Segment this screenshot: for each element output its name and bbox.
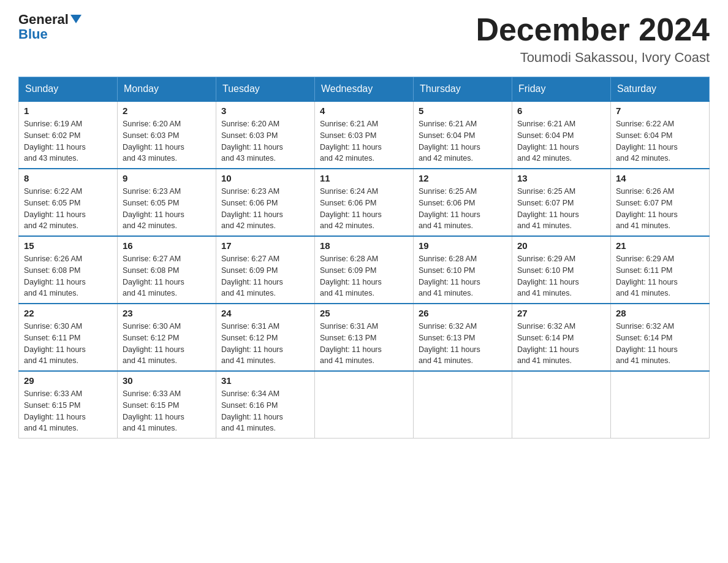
day-number: 19 (419, 240, 507, 251)
subtitle: Toumodi Sakassou, Ivory Coast (476, 50, 710, 66)
day-info: Sunrise: 6:32 AMSunset: 6:14 PMDaylight:… (616, 321, 704, 367)
calendar-cell: 10Sunrise: 6:23 AMSunset: 6:06 PMDayligh… (216, 169, 315, 236)
calendar-table: SundayMondayTuesdayWednesdayThursdayFrid… (18, 77, 710, 439)
calendar-cell: 29Sunrise: 6:33 AMSunset: 6:15 PMDayligh… (19, 371, 118, 439)
day-number: 15 (24, 240, 112, 251)
calendar-week-row: 1Sunrise: 6:19 AMSunset: 6:02 PMDaylight… (19, 101, 710, 169)
day-info: Sunrise: 6:29 AMSunset: 6:11 PMDaylight:… (616, 253, 704, 299)
day-info: Sunrise: 6:31 AMSunset: 6:13 PMDaylight:… (320, 321, 408, 367)
calendar-cell: 28Sunrise: 6:32 AMSunset: 6:14 PMDayligh… (611, 304, 710, 371)
day-number: 21 (616, 240, 704, 251)
main-title: December 2024 (476, 12, 710, 47)
calendar-header-row: SundayMondayTuesdayWednesdayThursdayFrid… (19, 77, 710, 102)
logo-triangle-icon (70, 15, 82, 23)
day-number: 22 (24, 308, 112, 318)
title-area: December 2024 Toumodi Sakassou, Ivory Co… (476, 12, 710, 66)
day-number: 28 (616, 308, 704, 318)
calendar-week-row: 15Sunrise: 6:26 AMSunset: 6:08 PMDayligh… (19, 236, 710, 304)
day-number: 10 (221, 173, 309, 183)
day-info: Sunrise: 6:20 AMSunset: 6:03 PMDaylight:… (123, 118, 211, 164)
column-header-friday: Friday (512, 77, 611, 102)
day-info: Sunrise: 6:34 AMSunset: 6:16 PMDaylight:… (221, 388, 309, 434)
day-number: 12 (419, 173, 507, 183)
day-number: 14 (616, 173, 704, 183)
day-info: Sunrise: 6:33 AMSunset: 6:15 PMDaylight:… (123, 388, 211, 434)
calendar-cell (512, 371, 611, 439)
calendar-cell (315, 371, 414, 439)
calendar-cell: 23Sunrise: 6:30 AMSunset: 6:12 PMDayligh… (118, 304, 216, 371)
column-header-sunday: Sunday (19, 77, 118, 102)
day-number: 27 (517, 308, 605, 318)
day-number: 1 (24, 105, 112, 116)
logo-blue-text: Blue (18, 26, 48, 42)
calendar-cell: 30Sunrise: 6:33 AMSunset: 6:15 PMDayligh… (118, 371, 216, 439)
day-info: Sunrise: 6:32 AMSunset: 6:14 PMDaylight:… (517, 321, 605, 367)
calendar-cell: 7Sunrise: 6:22 AMSunset: 6:04 PMDaylight… (611, 101, 710, 169)
calendar-cell: 14Sunrise: 6:26 AMSunset: 6:07 PMDayligh… (611, 169, 710, 236)
day-info: Sunrise: 6:31 AMSunset: 6:12 PMDaylight:… (221, 321, 309, 367)
day-info: Sunrise: 6:23 AMSunset: 6:05 PMDaylight:… (123, 186, 211, 232)
page-header: General Blue December 2024 Toumodi Sakas… (18, 12, 710, 66)
calendar-cell: 18Sunrise: 6:28 AMSunset: 6:09 PMDayligh… (315, 236, 414, 304)
day-number: 26 (419, 308, 507, 318)
day-number: 20 (517, 240, 605, 251)
calendar-cell: 19Sunrise: 6:28 AMSunset: 6:10 PMDayligh… (414, 236, 512, 304)
column-header-wednesday: Wednesday (315, 77, 414, 102)
day-info: Sunrise: 6:24 AMSunset: 6:06 PMDaylight:… (320, 186, 408, 232)
calendar-cell: 12Sunrise: 6:25 AMSunset: 6:06 PMDayligh… (414, 169, 512, 236)
calendar-cell: 20Sunrise: 6:29 AMSunset: 6:10 PMDayligh… (512, 236, 611, 304)
day-info: Sunrise: 6:21 AMSunset: 6:04 PMDaylight:… (419, 118, 507, 164)
day-number: 24 (221, 308, 309, 318)
day-info: Sunrise: 6:29 AMSunset: 6:10 PMDaylight:… (517, 253, 605, 299)
day-info: Sunrise: 6:21 AMSunset: 6:04 PMDaylight:… (517, 118, 605, 164)
calendar-week-row: 8Sunrise: 6:22 AMSunset: 6:05 PMDaylight… (19, 169, 710, 236)
day-info: Sunrise: 6:30 AMSunset: 6:11 PMDaylight:… (24, 321, 112, 367)
day-info: Sunrise: 6:21 AMSunset: 6:03 PMDaylight:… (320, 118, 408, 164)
day-info: Sunrise: 6:25 AMSunset: 6:06 PMDaylight:… (419, 186, 507, 232)
day-info: Sunrise: 6:22 AMSunset: 6:05 PMDaylight:… (24, 186, 112, 232)
calendar-cell: 8Sunrise: 6:22 AMSunset: 6:05 PMDaylight… (19, 169, 118, 236)
calendar-cell: 31Sunrise: 6:34 AMSunset: 6:16 PMDayligh… (216, 371, 315, 439)
day-number: 6 (517, 105, 605, 116)
calendar-cell (611, 371, 710, 439)
day-number: 7 (616, 105, 704, 116)
day-info: Sunrise: 6:23 AMSunset: 6:06 PMDaylight:… (221, 186, 309, 232)
day-number: 3 (221, 105, 309, 116)
day-number: 4 (320, 105, 408, 116)
calendar-cell: 25Sunrise: 6:31 AMSunset: 6:13 PMDayligh… (315, 304, 414, 371)
calendar-cell: 6Sunrise: 6:21 AMSunset: 6:04 PMDaylight… (512, 101, 611, 169)
day-number: 8 (24, 173, 112, 183)
day-info: Sunrise: 6:27 AMSunset: 6:09 PMDaylight:… (221, 253, 309, 299)
day-info: Sunrise: 6:25 AMSunset: 6:07 PMDaylight:… (517, 186, 605, 232)
day-info: Sunrise: 6:30 AMSunset: 6:12 PMDaylight:… (123, 321, 211, 367)
day-info: Sunrise: 6:33 AMSunset: 6:15 PMDaylight:… (24, 388, 112, 434)
calendar-cell (414, 371, 512, 439)
calendar-cell: 17Sunrise: 6:27 AMSunset: 6:09 PMDayligh… (216, 236, 315, 304)
day-info: Sunrise: 6:28 AMSunset: 6:09 PMDaylight:… (320, 253, 408, 299)
calendar-cell: 4Sunrise: 6:21 AMSunset: 6:03 PMDaylight… (315, 101, 414, 169)
day-number: 11 (320, 173, 408, 183)
calendar-cell: 27Sunrise: 6:32 AMSunset: 6:14 PMDayligh… (512, 304, 611, 371)
day-number: 25 (320, 308, 408, 318)
day-number: 9 (123, 173, 211, 183)
day-number: 23 (123, 308, 211, 318)
calendar-cell: 5Sunrise: 6:21 AMSunset: 6:04 PMDaylight… (414, 101, 512, 169)
day-info: Sunrise: 6:20 AMSunset: 6:03 PMDaylight:… (221, 118, 309, 164)
day-number: 2 (123, 105, 211, 116)
column-header-saturday: Saturday (611, 77, 710, 102)
day-info: Sunrise: 6:26 AMSunset: 6:07 PMDaylight:… (616, 186, 704, 232)
calendar-cell: 3Sunrise: 6:20 AMSunset: 6:03 PMDaylight… (216, 101, 315, 169)
column-header-tuesday: Tuesday (216, 77, 315, 102)
day-number: 13 (517, 173, 605, 183)
calendar-cell: 21Sunrise: 6:29 AMSunset: 6:11 PMDayligh… (611, 236, 710, 304)
calendar-cell: 13Sunrise: 6:25 AMSunset: 6:07 PMDayligh… (512, 169, 611, 236)
day-info: Sunrise: 6:27 AMSunset: 6:08 PMDaylight:… (123, 253, 211, 299)
column-header-monday: Monday (118, 77, 216, 102)
day-number: 5 (419, 105, 507, 116)
calendar-cell: 11Sunrise: 6:24 AMSunset: 6:06 PMDayligh… (315, 169, 414, 236)
calendar-cell: 26Sunrise: 6:32 AMSunset: 6:13 PMDayligh… (414, 304, 512, 371)
calendar-week-row: 22Sunrise: 6:30 AMSunset: 6:11 PMDayligh… (19, 304, 710, 371)
calendar-cell: 15Sunrise: 6:26 AMSunset: 6:08 PMDayligh… (19, 236, 118, 304)
calendar-cell: 9Sunrise: 6:23 AMSunset: 6:05 PMDaylight… (118, 169, 216, 236)
calendar-cell: 16Sunrise: 6:27 AMSunset: 6:08 PMDayligh… (118, 236, 216, 304)
